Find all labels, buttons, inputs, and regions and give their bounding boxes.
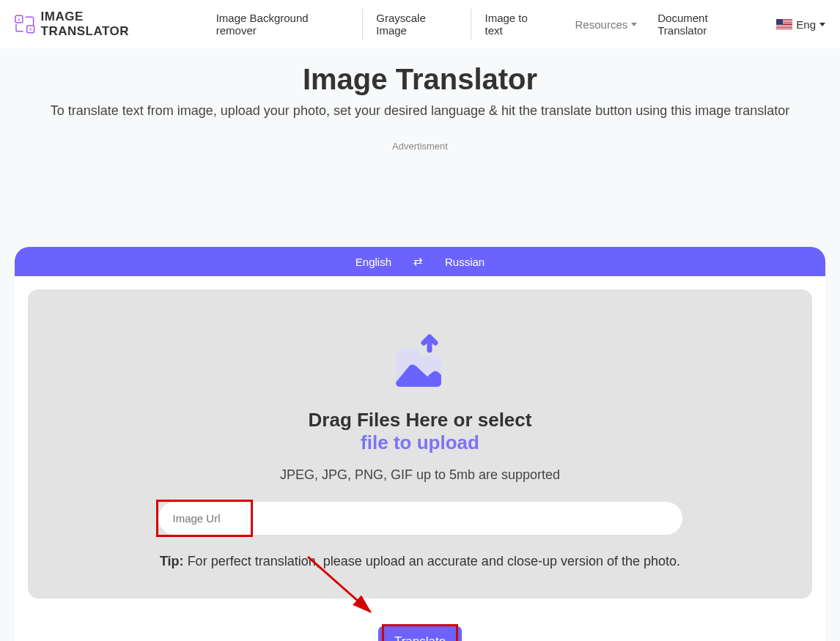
upload-icon — [387, 330, 453, 396]
language-bar: English ⇄ Russian — [15, 247, 825, 276]
nav-links: Image Background remover Grayscale Image… — [203, 9, 561, 40]
file-upload-link[interactable]: file to upload — [361, 431, 479, 454]
flag-icon — [776, 19, 792, 29]
svg-text:A: A — [29, 27, 32, 32]
logo-text: IMAGE TRANSLATOR — [41, 10, 174, 39]
tip-label: Tip: — [160, 554, 184, 568]
upload-area[interactable]: Drag Files Here or select file to upload… — [28, 289, 812, 599]
svg-text:A: A — [18, 18, 21, 22]
translate-section: Translate Advertisment Advertisment — [15, 612, 825, 641]
logo[interactable]: A A IMAGE TRANSLATOR — [15, 10, 174, 39]
nav-grayscale[interactable]: Grayscale Image — [363, 9, 471, 40]
page-subtitle: To translate text from image, upload you… — [15, 103, 825, 119]
nav-document-translator[interactable]: Document Translator — [657, 12, 756, 37]
hero-section: Image Translator To translate text from … — [0, 48, 840, 159]
nav-bg-remover[interactable]: Image Background remover — [203, 9, 364, 40]
translate-button[interactable]: Translate — [378, 626, 462, 641]
swap-languages-icon[interactable]: ⇄ — [413, 255, 423, 268]
nav-image-to-text[interactable]: Image to text — [471, 9, 560, 40]
header: A A IMAGE TRANSLATOR Image Background re… — [0, 0, 840, 48]
source-language[interactable]: English — [355, 256, 391, 268]
resources-label: Resources — [575, 18, 628, 31]
caret-down-icon — [819, 23, 825, 26]
url-input-wrap — [158, 502, 682, 535]
image-url-input[interactable] — [158, 502, 682, 535]
lang-label: Eng — [796, 18, 816, 31]
format-info: JPEG, JPG, PNG, GIF up to 5mb are suppor… — [50, 467, 790, 483]
tip-text: Tip: For perfect translation, please upl… — [50, 554, 790, 569]
language-selector[interactable]: Eng — [776, 18, 825, 31]
nav-right: Resources Document Translator Eng — [575, 12, 825, 37]
tip-body: For perfect translation, please upload a… — [184, 554, 680, 568]
page-title: Image Translator — [15, 63, 825, 96]
target-language[interactable]: Russian — [445, 256, 485, 268]
main-panel: English ⇄ Russian Drag Files Here or sel… — [15, 247, 825, 641]
resources-dropdown[interactable]: Resources — [575, 18, 638, 31]
ad-label-top: Advertisment — [15, 141, 825, 152]
drag-title: Drag Files Here or select — [50, 409, 790, 431]
logo-icon: A A — [15, 14, 35, 34]
caret-down-icon — [631, 23, 637, 26]
